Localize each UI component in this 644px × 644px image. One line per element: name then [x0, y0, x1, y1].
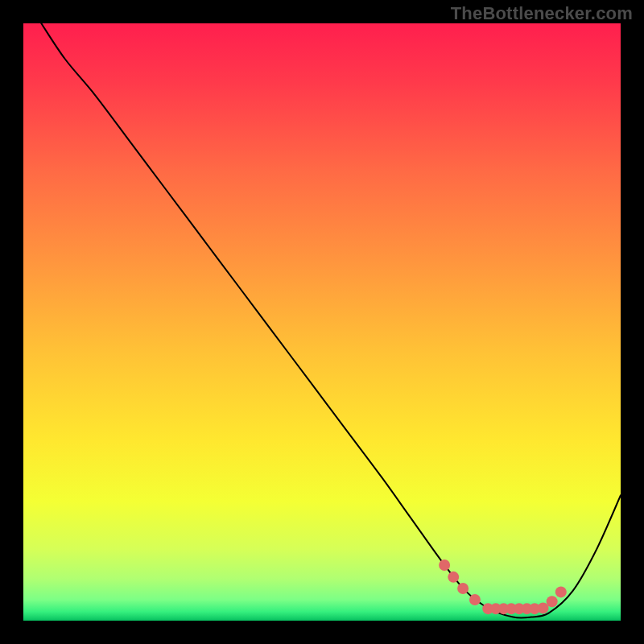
chart-svg [23, 23, 621, 621]
watermark-text: TheBottlenecker.com [451, 3, 633, 24]
highlight-dot [547, 596, 558, 607]
gradient-background [23, 23, 621, 621]
highlight-dot [457, 583, 469, 594]
highlight-dot [448, 572, 459, 583]
chart-frame: TheBottlenecker.com [0, 0, 644, 644]
highlight-dot [439, 559, 450, 571]
highlight-dot [555, 586, 567, 597]
highlight-dot [469, 594, 481, 605]
highlight-dot [538, 602, 549, 613]
plot-area [23, 23, 621, 621]
